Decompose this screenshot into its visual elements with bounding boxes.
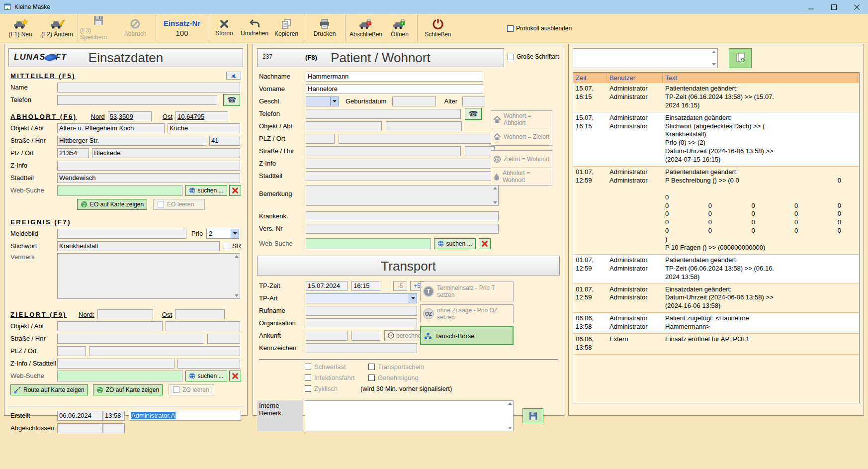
scroll-down-icon[interactable] bbox=[712, 63, 716, 66]
zielort-zinfo-input[interactable] bbox=[57, 359, 174, 369]
tpzeit-time-input[interactable] bbox=[351, 281, 380, 291]
ankunft-time-input[interactable] bbox=[351, 331, 380, 341]
kennzeichen-input[interactable] bbox=[306, 343, 417, 353]
kopieren-button[interactable]: Kopieren bbox=[271, 15, 302, 42]
termineinsatz-button[interactable]: T Termineinsatz - Prio T setzen bbox=[420, 281, 514, 301]
zielort-ost-input[interactable] bbox=[175, 309, 225, 319]
sr-checkbox[interactable] bbox=[224, 243, 230, 249]
storno-button[interactable]: Storno bbox=[210, 15, 238, 42]
erstellt-date-input[interactable] bbox=[57, 411, 103, 421]
log-row[interactable]: 01.07, 12:59 Administrator Administrator… bbox=[573, 255, 859, 284]
zielort-ort-input[interactable] bbox=[89, 346, 240, 356]
alter-input[interactable] bbox=[462, 96, 485, 106]
erstellt-user-field[interactable]: Administrator,A bbox=[129, 411, 241, 421]
ohne-zusage-button[interactable]: OZ ohne Zusage - Prio OZ setzen bbox=[420, 304, 514, 323]
interne-bemerk-textarea[interactable] bbox=[305, 400, 514, 431]
wohnort-hnr-input[interactable] bbox=[465, 146, 495, 156]
zielort-stadtteil-input[interactable] bbox=[177, 359, 240, 369]
mitteiler-name-input[interactable] bbox=[57, 83, 240, 93]
zielort-nord-input[interactable] bbox=[97, 309, 153, 319]
zielort-plz-input[interactable] bbox=[57, 346, 86, 356]
wohnort-stadtteil-input[interactable] bbox=[306, 171, 499, 181]
oeffnen-button[interactable]: Öffnen bbox=[384, 15, 415, 42]
abholort-clear-button[interactable] bbox=[229, 185, 241, 196]
schwerlast-checkbox[interactable]: Schwerlast bbox=[305, 363, 365, 371]
eo-karte-button[interactable]: EO auf Karte zeigen bbox=[77, 199, 147, 210]
speichern-button[interactable]: (F3) Speichern bbox=[80, 15, 117, 42]
abholort-ost-input[interactable] bbox=[175, 111, 228, 121]
vorname-input[interactable] bbox=[306, 84, 483, 94]
scroll-down-icon[interactable] bbox=[235, 294, 239, 297]
abgeschlossen-time-input[interactable] bbox=[103, 423, 125, 433]
krankenkasse-input[interactable] bbox=[306, 211, 499, 221]
tpart-dropdown[interactable] bbox=[306, 293, 417, 303]
col-zeit[interactable]: Zeit bbox=[573, 73, 607, 83]
wohnort-abholort-button[interactable]: Wohnort = Abholort bbox=[491, 110, 552, 128]
col-text[interactable]: Text bbox=[663, 73, 858, 83]
scroll-up-icon[interactable] bbox=[493, 187, 497, 189]
tpzeit-date-input[interactable] bbox=[306, 281, 347, 291]
zielort-hnr-input[interactable] bbox=[207, 334, 240, 344]
tausch-boerse-button[interactable]: Tausch-Börse bbox=[420, 326, 514, 345]
zielort-strasse-input[interactable] bbox=[57, 334, 204, 344]
maximize-button[interactable] bbox=[822, 0, 845, 14]
protokoll-entry-input[interactable] bbox=[573, 48, 718, 68]
patient-websuche-input[interactable] bbox=[306, 238, 431, 249]
zielort-wohnort-button[interactable]: Zielort = Wohnort bbox=[491, 150, 552, 168]
erstellt-time-input[interactable] bbox=[103, 411, 125, 421]
vermerk-textarea[interactable] bbox=[57, 253, 240, 299]
nachname-input[interactable] bbox=[306, 72, 483, 82]
patient-telefon-dial-button[interactable]: ☎ bbox=[465, 108, 482, 120]
zielort-suchen-button[interactable]: suchen ... bbox=[185, 371, 227, 381]
abholort-zinfo-input[interactable] bbox=[57, 161, 240, 171]
col-benutzer[interactable]: Benutzer bbox=[607, 73, 663, 83]
add-protokoll-button[interactable] bbox=[729, 48, 752, 68]
checkbox-box[interactable] bbox=[507, 25, 514, 32]
zyklisch-checkbox[interactable]: Zyklisch bbox=[305, 385, 357, 392]
geburtsdatum-input[interactable] bbox=[392, 96, 436, 106]
log-row[interactable]: 01.07, 12:59 Administrator Administrator… bbox=[573, 284, 859, 313]
neu-button[interactable]: (F1) Neu bbox=[2, 15, 39, 42]
zielort-clear-button[interactable] bbox=[229, 371, 241, 381]
abschliessen-button[interactable]: Abschließen bbox=[347, 15, 384, 42]
prio-dropdown[interactable]: 2 bbox=[206, 229, 239, 239]
zielort-objekt-input[interactable] bbox=[57, 321, 163, 331]
minus-5-button[interactable]: -5 bbox=[393, 281, 407, 291]
abgeschlossen-date-input[interactable] bbox=[57, 423, 103, 433]
abholort-suchen-button[interactable]: suchen ... bbox=[185, 185, 227, 196]
wohnort-strasse-input[interactable] bbox=[306, 146, 461, 156]
abholort-ort-input[interactable] bbox=[92, 148, 240, 158]
protokoll-ausblenden-checkbox[interactable]: Protokoll ausblenden bbox=[507, 25, 572, 32]
scroll-up-icon[interactable] bbox=[712, 51, 716, 53]
abholort-hnr-input[interactable] bbox=[209, 136, 240, 146]
organisation-input[interactable] bbox=[306, 318, 417, 328]
abholort-nord-input[interactable] bbox=[108, 111, 152, 121]
meldebild-input[interactable] bbox=[57, 229, 186, 239]
save-bemerk-button[interactable] bbox=[522, 408, 543, 423]
log-row[interactable]: 06.06, 13:58 Administrator Administrator… bbox=[573, 313, 859, 334]
versicherten-nr-input[interactable] bbox=[306, 224, 499, 234]
schliessen-button[interactable]: Schließen bbox=[420, 15, 456, 42]
wohnort-ort-input[interactable] bbox=[339, 134, 499, 144]
wohnort-zielort-button[interactable]: Wohnort = Zielort bbox=[491, 128, 552, 146]
wohnort-objekt-input[interactable] bbox=[306, 121, 382, 131]
abholort-abt-input[interactable] bbox=[168, 123, 240, 133]
stichwort-input[interactable] bbox=[57, 241, 220, 251]
wohnort-zinfo-input[interactable] bbox=[306, 159, 499, 169]
patient-telefon-input[interactable] bbox=[306, 109, 461, 119]
telefon-dial-button[interactable]: ☎ bbox=[223, 94, 240, 106]
infektionsfahrt-checkbox[interactable]: Infektionsfahrt bbox=[305, 374, 365, 381]
collapse-button[interactable]: ◀ bbox=[226, 72, 241, 80]
zo-leeren-checkbox[interactable]: ZO leeren bbox=[169, 384, 214, 395]
zielort-abt-input[interactable] bbox=[166, 321, 240, 331]
wohnort-abt-input[interactable] bbox=[386, 121, 462, 131]
zielort-websuche-input[interactable] bbox=[57, 371, 182, 381]
bemerkung-textarea[interactable] bbox=[306, 185, 499, 206]
patient-clear-button[interactable] bbox=[479, 238, 491, 249]
genehmigung-checkbox[interactable]: Genehmigung bbox=[368, 374, 429, 381]
minimize-button[interactable] bbox=[799, 0, 822, 14]
log-row[interactable]: 15.07, 16:15 Administrator Administrator… bbox=[573, 83, 859, 112]
chevron-down-icon[interactable] bbox=[409, 293, 417, 303]
grosse-schriftart-checkbox[interactable]: Große Schriftart bbox=[508, 53, 559, 60]
transportschein-checkbox[interactable]: Transportschein bbox=[368, 363, 429, 371]
